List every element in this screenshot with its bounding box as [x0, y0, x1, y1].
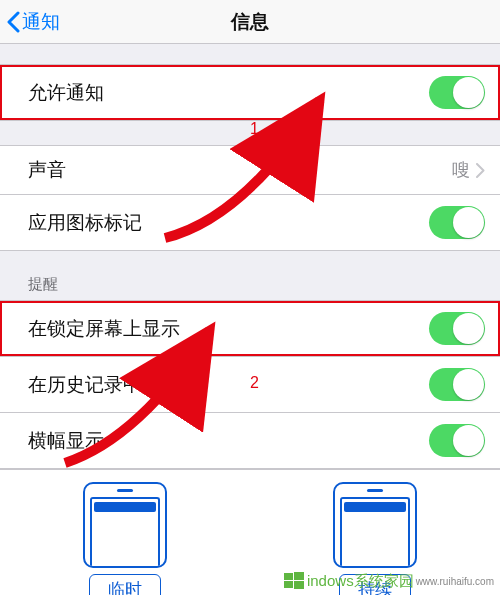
back-button[interactable]: 通知 — [6, 9, 60, 35]
preview-persistent-label: 持续 — [339, 574, 411, 595]
toggle-lock[interactable] — [429, 312, 485, 345]
allow-label: 允许通知 — [28, 80, 104, 106]
row-banner[interactable]: 横幅显示 — [0, 413, 500, 469]
row-badge[interactable]: 应用图标标记 — [0, 195, 500, 251]
row-sound[interactable]: 声音 嗖 — [0, 145, 500, 195]
chevron-left-icon — [6, 11, 20, 33]
nav-bar: 通知 信息 — [0, 0, 500, 44]
preview-temporary-label: 临时 — [89, 574, 161, 595]
toggle-badge[interactable] — [429, 206, 485, 239]
sound-value: 嗖 — [452, 158, 470, 182]
phone-icon — [333, 482, 417, 568]
toggle-history[interactable] — [429, 368, 485, 401]
group-allow: 允许通知 — [0, 64, 500, 121]
banner-label: 横幅显示 — [28, 428, 104, 454]
chevron-right-icon — [476, 163, 485, 178]
sound-value-wrap: 嗖 — [452, 158, 485, 182]
page-title: 信息 — [231, 9, 269, 35]
back-label: 通知 — [22, 9, 60, 35]
row-lock-screen[interactable]: 在锁定屏幕上显示 — [0, 300, 500, 357]
toggle-allow[interactable] — [429, 76, 485, 109]
toggle-banner[interactable] — [429, 424, 485, 457]
badge-label: 应用图标标记 — [28, 210, 142, 236]
group-alerts: 提醒 在锁定屏幕上显示 在历史记录中显示 横幅显示 临时 持续 — [0, 275, 500, 595]
annotation-num-1: 1 — [250, 120, 259, 138]
preview-temporary[interactable]: 临时 — [83, 482, 167, 595]
row-history[interactable]: 在历史记录中显示 — [0, 357, 500, 413]
history-label: 在历史记录中显示 — [28, 372, 180, 398]
phone-icon — [83, 482, 167, 568]
alerts-header: 提醒 — [0, 275, 500, 300]
banner-style-previews: 临时 持续 — [0, 469, 500, 595]
preview-persistent[interactable]: 持续 — [333, 482, 417, 595]
lock-label: 在锁定屏幕上显示 — [28, 316, 180, 342]
row-allow-notifications[interactable]: 允许通知 — [0, 64, 500, 121]
group-app-settings: 声音 嗖 应用图标标记 — [0, 145, 500, 251]
sound-label: 声音 — [28, 157, 66, 183]
